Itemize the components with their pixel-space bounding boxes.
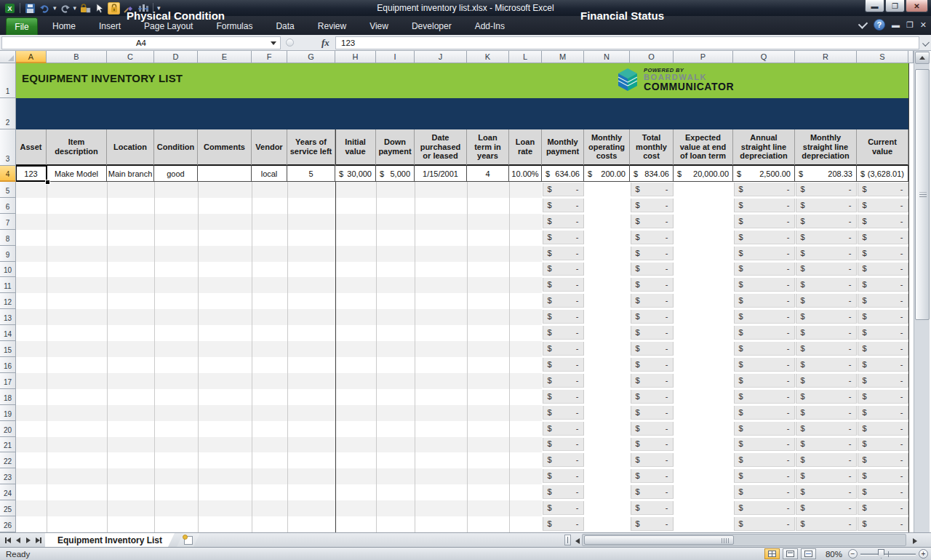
cell-S4[interactable]: $(3,628.01) <box>857 166 908 182</box>
column-header-P[interactable]: P <box>674 51 733 63</box>
cell-E4[interactable] <box>198 166 252 182</box>
column-header-M[interactable]: M <box>542 51 584 63</box>
cell-Q12[interactable]: $- <box>734 294 795 308</box>
column-header-F[interactable]: F <box>252 51 287 63</box>
cell-Q18[interactable]: $- <box>734 390 795 404</box>
cell-K4[interactable]: 4 <box>467 166 509 182</box>
zoom-level[interactable]: 80% <box>819 550 842 559</box>
cell-Q14[interactable]: $- <box>734 326 795 340</box>
header-cell-J3[interactable]: Date purchased or leased <box>415 129 467 166</box>
cell-M17[interactable]: $- <box>543 374 584 388</box>
header-cell-H3[interactable]: Initial value <box>335 129 376 166</box>
cell-M25[interactable]: $- <box>543 501 584 515</box>
cell-O16[interactable]: $- <box>631 358 674 372</box>
header-cell-O3[interactable]: Total monthly cost <box>630 129 674 166</box>
row-header-21[interactable]: 21 <box>0 437 16 453</box>
next-sheet-icon[interactable] <box>24 536 33 545</box>
cell-Q8[interactable]: $- <box>734 231 795 244</box>
column-header-L[interactable]: L <box>509 51 542 63</box>
cell-H4[interactable]: $30,000 <box>335 166 376 182</box>
cell-M4[interactable]: $634.06 <box>542 166 584 182</box>
cell-O25[interactable]: $- <box>631 501 674 515</box>
column-header-G[interactable]: G <box>287 51 335 63</box>
cell-S10[interactable]: $- <box>858 263 908 276</box>
header-cell-S3[interactable]: Current value <box>857 129 908 166</box>
cell-M14[interactable]: $- <box>543 326 584 340</box>
cell-Q11[interactable]: $- <box>734 278 795 292</box>
scroll-right-icon[interactable] <box>911 537 919 545</box>
cell-M23[interactable]: $- <box>543 469 584 483</box>
cell-S7[interactable]: $- <box>858 215 908 228</box>
cell-C4[interactable]: Main branch <box>107 166 154 182</box>
cell-R25[interactable]: $- <box>796 501 857 515</box>
zoom-in-icon[interactable]: + <box>919 549 928 559</box>
cell-O17[interactable]: $- <box>631 374 674 388</box>
cell-R24[interactable]: $- <box>796 485 857 499</box>
column-header-S[interactable]: S <box>857 51 908 63</box>
header-cell-K3[interactable]: Loan term in years <box>467 129 509 166</box>
row-header-20[interactable]: 20 <box>0 421 16 437</box>
row-header-25[interactable]: 25 <box>0 500 16 516</box>
cell-S6[interactable]: $- <box>858 199 908 212</box>
row-header-5[interactable]: 5 <box>0 182 16 198</box>
row-header-13[interactable]: 13 <box>0 309 16 325</box>
row-header-6[interactable]: 6 <box>0 198 16 214</box>
cell-Q15[interactable]: $- <box>734 342 795 356</box>
cell-O14[interactable]: $- <box>631 326 674 340</box>
row-header-9[interactable]: 9 <box>0 246 16 262</box>
header-cell-P3[interactable]: Expected value at end of loan term <box>674 129 733 166</box>
row-header-17[interactable]: 17 <box>0 373 16 389</box>
cell-S9[interactable]: $- <box>858 247 908 260</box>
cell-R10[interactable]: $- <box>796 263 857 276</box>
column-header-R[interactable]: R <box>795 51 857 63</box>
header-cell-C3[interactable]: Location <box>107 129 154 166</box>
cell-Q22[interactable]: $- <box>734 453 795 467</box>
column-header-N[interactable]: N <box>584 51 630 63</box>
cell-S17[interactable]: $- <box>858 374 908 388</box>
horizontal-scroll-thumb[interactable] <box>584 535 734 545</box>
cell-Q25[interactable]: $- <box>734 501 795 515</box>
cell-R13[interactable]: $- <box>796 310 857 324</box>
column-header-E[interactable]: E <box>198 51 252 63</box>
cell-M18[interactable]: $- <box>543 390 584 404</box>
cell-S15[interactable]: $- <box>858 342 908 356</box>
header-cell-I3[interactable]: Down payment <box>376 129 415 166</box>
cell-Q17[interactable]: $- <box>734 374 795 388</box>
column-header-Q[interactable]: Q <box>733 51 795 63</box>
row-header-23[interactable]: 23 <box>0 468 16 484</box>
cell-Q5[interactable]: $- <box>734 183 795 196</box>
cell-O15[interactable]: $- <box>631 342 674 356</box>
cell-R15[interactable]: $- <box>796 342 857 356</box>
cell-R9[interactable]: $- <box>796 247 857 260</box>
cell-Q13[interactable]: $- <box>734 310 795 324</box>
cell-R16[interactable]: $- <box>796 358 857 372</box>
first-sheet-icon[interactable] <box>4 536 12 545</box>
column-header-I[interactable]: I <box>376 51 415 63</box>
vertical-scrollbar[interactable] <box>914 51 930 547</box>
header-cell-E3[interactable]: Comments <box>198 129 252 166</box>
cell-Q16[interactable]: $- <box>734 358 795 372</box>
cell-Q26[interactable]: $- <box>734 517 795 531</box>
cell-R8[interactable]: $- <box>796 231 857 244</box>
row-header-10[interactable]: 10 <box>0 262 16 278</box>
last-sheet-icon[interactable] <box>34 536 43 545</box>
cell-O7[interactable]: $- <box>631 215 674 228</box>
cell-O6[interactable]: $- <box>631 199 674 212</box>
insert-worksheet-tab[interactable] <box>177 533 200 547</box>
cell-O9[interactable]: $- <box>631 247 674 260</box>
cell-M19[interactable]: $- <box>543 406 584 420</box>
cell-O10[interactable]: $- <box>631 263 674 276</box>
cell-S26[interactable]: $- <box>858 517 908 531</box>
header-cell-R3[interactable]: Monthly straight line depreciation <box>795 129 857 166</box>
cell-S5[interactable]: $- <box>858 183 908 196</box>
cell-O11[interactable]: $- <box>631 278 674 292</box>
cell-S25[interactable]: $- <box>858 501 908 515</box>
cell-O22[interactable]: $- <box>631 453 674 467</box>
cell-S23[interactable]: $- <box>858 469 908 483</box>
cell-S21[interactable]: $- <box>858 438 908 452</box>
cell-S24[interactable]: $- <box>858 485 908 499</box>
fill-handle[interactable] <box>45 180 50 185</box>
cell-R20[interactable]: $- <box>796 422 857 436</box>
row-header-14[interactable]: 14 <box>0 325 16 341</box>
cell-R14[interactable]: $- <box>796 326 857 340</box>
